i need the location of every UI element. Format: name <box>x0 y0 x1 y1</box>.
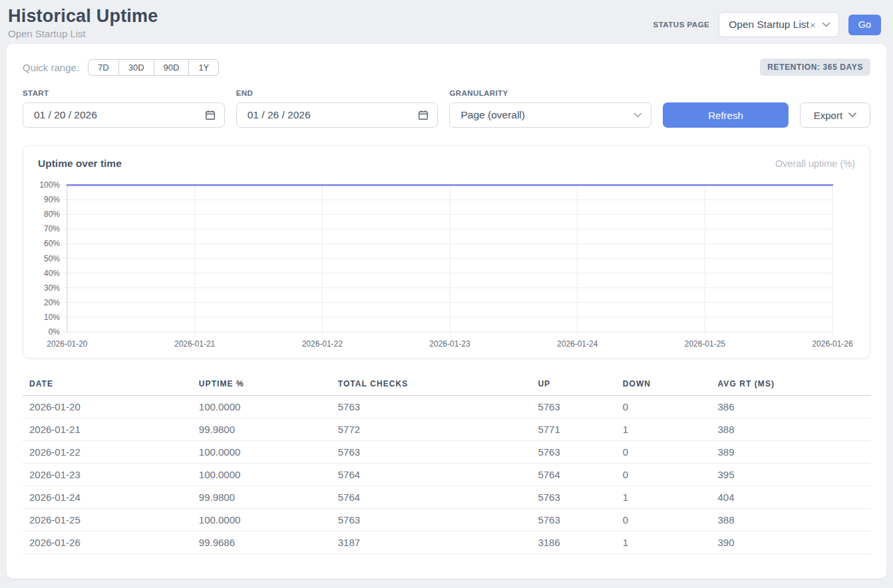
table-cell: 386 <box>711 396 870 418</box>
refresh-button[interactable]: Refresh <box>663 102 789 128</box>
svg-text:2026-01-25: 2026-01-25 <box>685 339 726 349</box>
svg-text:2026-01-23: 2026-01-23 <box>429 339 470 349</box>
table-cell: 2026-01-22 <box>23 441 192 464</box>
table-row: 2026-01-22100.0000576357630389 <box>23 441 870 464</box>
table-cell: 2026-01-24 <box>23 486 192 509</box>
table-cell: 5763 <box>531 509 616 531</box>
table-cell: 0 <box>616 441 711 464</box>
svg-text:2026-01-24: 2026-01-24 <box>557 339 598 349</box>
table-cell: 5763 <box>531 486 616 509</box>
export-button[interactable]: Export <box>800 102 870 128</box>
table-column-header: TOTAL CHECKS <box>331 373 532 396</box>
table-cell: 2026-01-23 <box>23 464 192 486</box>
chevron-down-icon <box>822 22 830 28</box>
export-button-label: Export <box>814 110 842 121</box>
table-cell: 3186 <box>531 531 616 554</box>
title-block: Historical Uptime Open Startup List <box>8 6 158 39</box>
granularity-select[interactable]: Page (overall) <box>449 102 651 128</box>
table-column-header: UP <box>531 373 616 396</box>
svg-text:2026-01-21: 2026-01-21 <box>174 339 216 349</box>
status-page-select[interactable]: Open Startup List× <box>719 12 838 37</box>
table-cell: 1 <box>616 418 711 441</box>
table-row: 2026-01-25100.0000576357630388 <box>23 509 870 531</box>
table-cell: 395 <box>711 464 870 486</box>
table-cell: 5763 <box>331 441 532 464</box>
page-subtitle: Open Startup List <box>8 28 158 39</box>
table-column-header: DOWN <box>616 373 711 396</box>
quick-range-left: Quick range: 7D30D90D1Y <box>23 59 219 76</box>
table-cell: 5763 <box>331 509 532 531</box>
granularity-label: GRANULARITY <box>449 89 651 97</box>
chart-legend: Overall uptime (%) <box>775 158 855 169</box>
table-body: 2026-01-20100.00005763576303862026-01-21… <box>23 396 870 554</box>
chevron-down-icon <box>633 112 642 118</box>
table-cell: 5772 <box>331 418 532 441</box>
quick-range-1y[interactable]: 1Y <box>188 59 219 76</box>
table-cell: 1 <box>616 531 711 554</box>
quick-range-30d[interactable]: 30D <box>118 59 154 76</box>
chart-title: Uptime over time <box>38 158 122 170</box>
table-cell: 5764 <box>531 464 616 486</box>
chart-header: Uptime over time Overall uptime (%) <box>38 158 855 170</box>
start-date-input[interactable]: 01 / 20 / 2026 <box>23 102 225 128</box>
table-cell: 0 <box>616 396 711 418</box>
quick-range-90d[interactable]: 90D <box>154 59 190 76</box>
table-cell: 2026-01-26 <box>23 531 192 554</box>
quick-range-group: 7D30D90D1Y <box>88 59 219 76</box>
table-cell: 99.9800 <box>192 486 331 509</box>
calendar-icon[interactable] <box>418 110 429 120</box>
table-cell: 2026-01-25 <box>23 509 192 531</box>
end-date-value: 01 / 26 / 2026 <box>248 109 311 121</box>
go-button[interactable]: Go <box>848 15 881 35</box>
end-date-input[interactable]: 01 / 26 / 2026 <box>236 102 439 128</box>
svg-text:30%: 30% <box>44 283 60 293</box>
table-row: 2026-01-2699.9686318731861390 <box>23 531 870 554</box>
svg-text:10%: 10% <box>44 313 60 322</box>
table-cell: 3187 <box>331 531 532 554</box>
clear-icon[interactable]: × <box>810 19 816 31</box>
table-cell: 389 <box>711 441 870 464</box>
end-label: END <box>236 89 439 97</box>
table-cell: 5763 <box>531 396 616 418</box>
granularity-value: Page (overall) <box>460 109 525 121</box>
table-cell: 5763 <box>531 441 616 464</box>
svg-text:90%: 90% <box>44 195 60 204</box>
table-cell: 5764 <box>331 464 532 486</box>
table-cell: 99.9686 <box>192 531 331 554</box>
svg-text:80%: 80% <box>44 210 60 219</box>
table-cell: 100.0000 <box>192 509 331 531</box>
quick-range-label: Quick range: <box>23 62 79 73</box>
svg-text:40%: 40% <box>44 269 60 278</box>
quick-range-row: Quick range: 7D30D90D1Y RETENTION: 365 D… <box>23 59 870 76</box>
table-row: 2026-01-20100.0000576357630386 <box>23 396 870 418</box>
svg-text:60%: 60% <box>44 239 60 248</box>
table-cell: 388 <box>711 418 870 441</box>
main-card: Quick range: 7D30D90D1Y RETENTION: 365 D… <box>7 44 886 579</box>
svg-text:2026-01-20: 2026-01-20 <box>47 339 88 349</box>
top-bar: Historical Uptime Open Startup List STAT… <box>0 0 893 44</box>
table-cell: 99.9800 <box>192 418 331 441</box>
granularity-field-group: GRANULARITY Page (overall) <box>449 89 651 128</box>
table-header-row: DATEUPTIME %TOTAL CHECKSUPDOWNAVG RT (MS… <box>23 373 870 396</box>
table-cell: 100.0000 <box>192 441 331 464</box>
table-cell: 100.0000 <box>192 396 331 418</box>
table-cell: 404 <box>711 486 870 509</box>
table-cell: 5764 <box>331 486 532 509</box>
svg-text:0%: 0% <box>49 327 61 337</box>
calendar-icon[interactable] <box>205 110 216 120</box>
table-cell: 0 <box>616 509 711 531</box>
uptime-chart: 0%10%20%30%40%50%60%70%80%90%100%2026-01… <box>38 178 855 353</box>
table-column-header: DATE <box>23 373 192 396</box>
table-cell: 388 <box>711 509 870 531</box>
svg-text:50%: 50% <box>44 254 60 263</box>
table-cell: 1 <box>616 486 711 509</box>
end-field-group: END 01 / 26 / 2026 <box>236 89 439 128</box>
table-cell: 2026-01-21 <box>23 418 192 441</box>
filters-row: START 01 / 20 / 2026 END 01 / 26 / 2026 … <box>23 89 870 128</box>
start-label: START <box>23 89 225 97</box>
table-row: 2026-01-2199.9800577257711388 <box>23 418 870 441</box>
table-cell: 5771 <box>531 418 616 441</box>
chevron-down-icon <box>848 112 856 118</box>
quick-range-7d[interactable]: 7D <box>88 59 119 76</box>
start-field-group: START 01 / 20 / 2026 <box>23 89 225 128</box>
